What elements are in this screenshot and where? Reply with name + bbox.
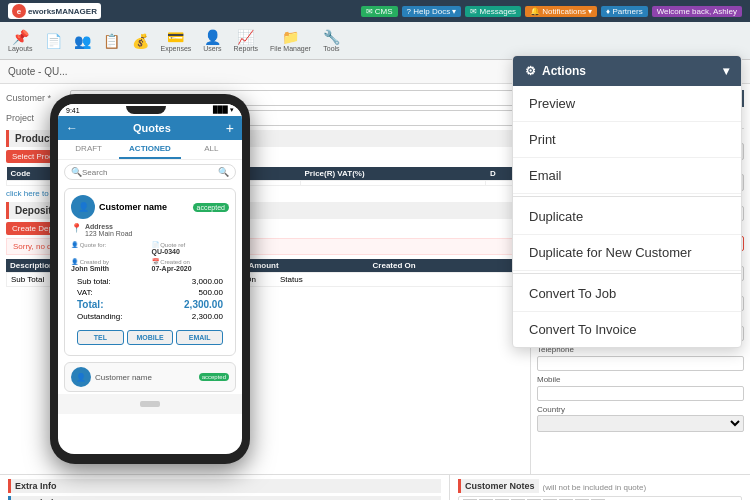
file-manager-icon: 📁 [282,29,299,45]
phone-search-input[interactable] [82,168,218,177]
nav-item-3[interactable]: 📋 [103,33,120,49]
telephone-input[interactable] [537,356,744,371]
created-by-item: 👤 Created by John Smith [71,258,149,272]
logo-text: eworksMANAGER [28,7,97,16]
notifications-button[interactable]: 🔔 Notifications ▾ [525,6,597,17]
dropdown-print[interactable]: Print [513,122,741,158]
person-icon: 👤 [71,242,78,248]
dropdown-duplicate-new[interactable]: Duplicate for New Customer [513,235,741,271]
quote-details-grid: 👤 Quote for: 📄 Quote ref QU-0340 � [71,241,229,272]
phone-screen: 9:41 ▉▉▉ ▾ ← Quotes + DRAFT ACTIONED ALL… [58,104,242,454]
customer-notes-section: Customer Notes (will not be included in … [450,475,750,500]
partners-button[interactable]: ♦ Partners [601,6,648,17]
dropdown-duplicate[interactable]: Duplicate [513,199,741,235]
phone-mockup: 9:41 ▉▉▉ ▾ ← Quotes + DRAFT ACTIONED ALL… [50,94,250,464]
expenses-icon: 💳 [167,29,184,45]
col-price: Price(R) VAT(%) [300,167,485,181]
top-nav-buttons: ✉ CMS ? Help Docs ▾ ✉ Messages 🔔 Notific… [361,6,742,17]
mic-icon: 🔍 [218,167,229,177]
dropdown-divider-1 [513,196,741,197]
address-row: 📍 Address 123 Main Road [71,223,229,237]
logo-area: e eworksMANAGER [8,3,101,19]
quote-for-item: 👤 Quote for: [71,241,149,255]
dropdown-preview[interactable]: Preview [513,86,741,122]
country-field: Country [537,405,744,432]
breadcrumb-text: Quote - QU... [8,66,67,77]
telephone-field: Telephone [537,345,744,371]
nav-reports[interactable]: 📈Reports [234,29,259,52]
logo-icon: e [12,4,26,18]
nav-expenses[interactable]: 💳Expenses [161,29,192,52]
actions-gear-icon: ⚙ [525,64,536,78]
actions-chevron-icon: ▾ [723,64,729,78]
customer-name-row: 👤 Customer name accepted [71,195,229,219]
nav-layouts[interactable]: 📌 Layouts [8,29,33,52]
nav-users[interactable]: 👤Users [203,29,221,52]
nav-item-1[interactable]: 📄 [45,33,62,49]
tel-button[interactable]: TEL [77,330,124,345]
tab-actioned[interactable]: ACTIONED [119,140,180,159]
quote-ref-item: 📄 Quote ref QU-0340 [152,241,230,255]
extra-info-section: Extra Info Description B I U S ≡ ≡ ≡ ≡ Ω… [0,475,450,500]
welcome-button[interactable]: Welcome back, Ashley [652,6,742,17]
layouts-icon: 📌 [12,29,29,45]
customer-avatar: 👤 [71,195,95,219]
phone-tabs: DRAFT ACTIONED ALL [58,140,242,160]
customer-card[interactable]: 👤 Customer name accepted 📍 Address 123 M… [64,188,236,356]
country-select[interactable] [537,415,744,432]
reports-icon: 📈 [237,29,254,45]
nav-item-2[interactable]: 👥 [74,33,91,49]
nav-icon-1: 📄 [45,33,62,49]
col-created-on: Created On [369,259,524,272]
mobile-input[interactable] [537,386,744,401]
help-docs-button[interactable]: ? Help Docs ▾ [402,6,462,17]
subtotal-row: Sub total: 3,000.00 [77,276,223,287]
phone-signal: ▉▉▉ ▾ [213,106,234,114]
dropdown-divider-2 [513,273,741,274]
phone-time: 9:41 [66,107,80,114]
outstanding-row: Outstanding: 2,300.00 [77,311,223,322]
email-button[interactable]: EMAIL [176,330,223,345]
nav-tools[interactable]: 🔧Tools [323,29,340,52]
nav-icon-3: 📋 [103,33,120,49]
phone-status-bar: 9:41 ▉▉▉ ▾ [58,104,242,116]
back-arrow[interactable]: ← [66,121,78,135]
tab-all[interactable]: ALL [181,140,242,159]
home-indicator [140,401,160,407]
nav-item-4[interactable]: 💰 [132,33,149,49]
created-on-item: 📅 Created on 07-Apr-2020 [152,258,230,272]
second-customer-name: Customer name [95,373,152,382]
phone-search-bar[interactable]: 🔍 🔍 [64,164,236,180]
phone-notch [126,106,166,114]
phone-quote-header: ← Quotes + [58,116,242,140]
add-icon[interactable]: + [226,120,234,136]
users-icon: 👤 [204,29,221,45]
totals-section: Sub total: 3,000.00 VAT: 500.00 Total: 2… [71,272,229,326]
dropdown-email[interactable]: Email [513,158,741,194]
dropdown-convert-job[interactable]: Convert To Job [513,276,741,312]
notes-toolbar: B I U S ≡ ≡ ≡ ≡ Ω [458,496,742,500]
cms-button[interactable]: ✉ CMS [361,6,398,17]
messages-button[interactable]: ✉ Messages [465,6,521,17]
tools-icon: 🔧 [323,29,340,45]
second-avatar: 👤 [71,367,91,387]
dropdown-convert-invoice[interactable]: Convert To Invoice [513,312,741,347]
top-navigation: e eworksMANAGER ✉ CMS ? Help Docs ▾ ✉ Me… [0,0,750,22]
notes-hint: (will not be included in quote) [543,483,647,492]
second-customer-card: 👤 Customer name accepted [64,362,236,392]
nav-file-manager[interactable]: 📁File Manager [270,29,311,52]
tab-draft[interactable]: DRAFT [58,140,119,159]
actions-dropdown-menu: ⚙ Actions ▾ Preview Print Email Duplicat… [512,55,742,348]
nav-icon-2: 👥 [74,33,91,49]
location-icon: 📍 [71,223,81,233]
accepted-badge: accepted [193,203,229,212]
mobile-field: Mobile [537,375,744,401]
app-logo: e eworksMANAGER [8,3,101,19]
customer-notes-title: Customer Notes [458,479,539,493]
contact-buttons: TEL MOBILE EMAIL [71,326,229,349]
vat-row: VAT: 500.00 [77,287,223,298]
extra-info-title: Extra Info [8,479,441,493]
second-accepted-badge: accepted [199,373,229,381]
mobile-button[interactable]: MOBILE [127,330,174,345]
nav-icon-4: 💰 [132,33,149,49]
